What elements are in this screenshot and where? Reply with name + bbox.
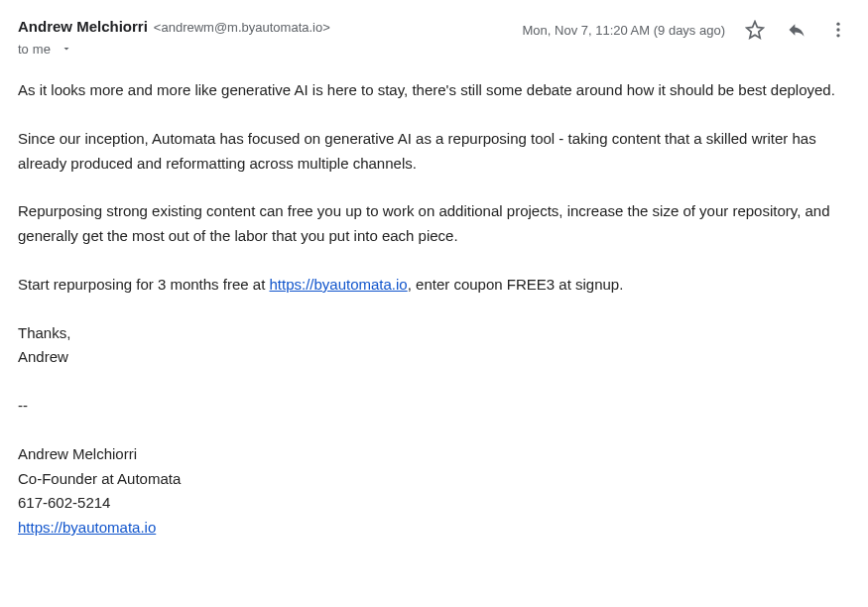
body-paragraph: Start repurposing for 3 months free at h… — [18, 273, 850, 298]
sender-line: Andrew Melchiorri <andrewm@m.byautomata.… — [18, 18, 330, 35]
signature-divider: -- — [18, 394, 850, 419]
svg-point-2 — [836, 34, 839, 37]
body-paragraph: As it looks more and more like generativ… — [18, 78, 850, 103]
sender-name: Andrew Melchiorri — [18, 18, 148, 35]
closing-name: Andrew — [18, 345, 850, 370]
star-icon[interactable] — [743, 18, 767, 42]
svg-point-1 — [836, 28, 839, 31]
signature-title: Co-Founder at Automata — [18, 467, 850, 492]
signature-name: Andrew Melchiorri — [18, 442, 850, 467]
reply-icon[interactable] — [785, 18, 808, 42]
recipient-name: me — [33, 42, 51, 57]
recipient-prefix: to — [18, 42, 29, 57]
show-details-icon[interactable] — [55, 37, 78, 61]
body-paragraph: Since our inception, Automata has focuse… — [18, 127, 850, 177]
timestamp: Mon, Nov 7, 11:20 AM (9 days ago) — [523, 23, 726, 38]
signature-link[interactable]: https://byautomata.io — [18, 519, 156, 536]
signature-block: Andrew Melchiorri Co-Founder at Automata… — [18, 442, 850, 541]
body-text: Start repurposing for 3 months free at — [18, 276, 269, 293]
signature-phone: 617-602-5214 — [18, 491, 850, 516]
email-header: Andrew Melchiorri <andrewm@m.byautomata.… — [18, 18, 850, 61]
body-paragraph: Repurposing strong existing content can … — [18, 199, 850, 249]
svg-point-0 — [836, 23, 839, 26]
closing-thanks: Thanks, — [18, 321, 850, 346]
promo-link[interactable]: https://byautomata.io — [269, 276, 407, 293]
sender-email: <andrewm@m.byautomata.io> — [154, 20, 330, 35]
body-text: , enter coupon FREE3 at signup. — [408, 276, 624, 293]
sender-info: Andrew Melchiorri <andrewm@m.byautomata.… — [18, 18, 330, 61]
more-icon[interactable] — [826, 18, 850, 42]
header-actions: Mon, Nov 7, 11:20 AM (9 days ago) — [523, 18, 851, 42]
recipient-line[interactable]: to me — [18, 37, 330, 61]
email-body: As it looks more and more like generativ… — [18, 78, 850, 541]
